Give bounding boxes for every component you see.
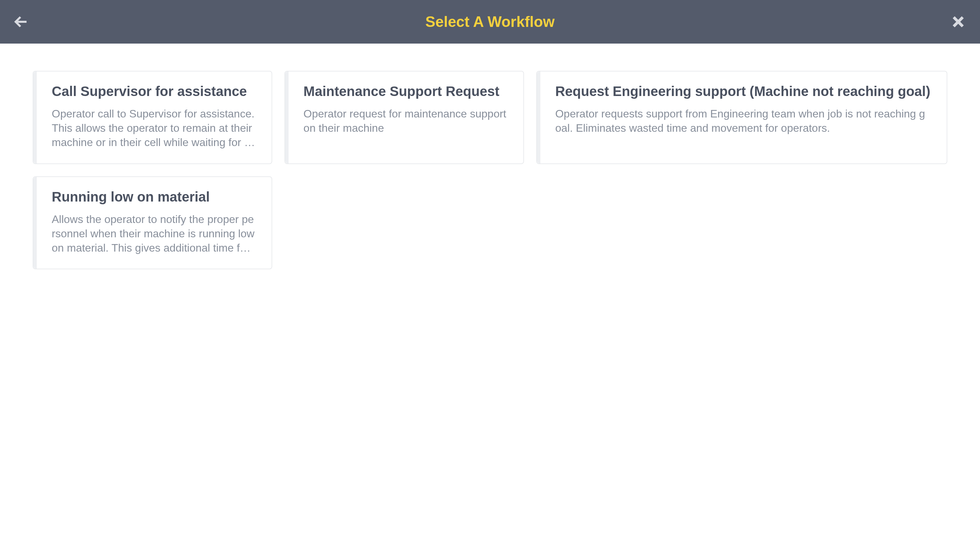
page-title: Select A Workflow bbox=[426, 13, 554, 30]
arrow-left-icon bbox=[13, 13, 29, 30]
workflow-card-maintenance[interactable]: Maintenance Support Request Operator req… bbox=[284, 71, 524, 164]
workflow-card-engineering[interactable]: Request Engineering support (Machine not… bbox=[536, 71, 947, 164]
close-icon bbox=[952, 15, 965, 28]
workflow-card-call-supervisor[interactable]: Call Supervisor for assistance Operator … bbox=[33, 71, 272, 164]
workflow-description: Operator requests support from Engineeri… bbox=[555, 107, 931, 135]
workflow-title: Call Supervisor for assistance bbox=[52, 84, 255, 99]
workflow-title: Maintenance Support Request bbox=[304, 84, 507, 99]
workflow-grid: Call Supervisor for assistance Operator … bbox=[33, 71, 947, 269]
workflow-title: Running low on material bbox=[52, 189, 255, 205]
close-button[interactable] bbox=[949, 12, 968, 31]
workflow-card-low-material[interactable]: Running low on material Allows the opera… bbox=[33, 176, 272, 270]
workflow-title: Request Engineering support (Machine not… bbox=[555, 84, 931, 99]
back-button[interactable] bbox=[11, 12, 31, 32]
content-area: Call Supervisor for assistance Operator … bbox=[0, 44, 980, 296]
workflow-description: Operator request for maintenance support… bbox=[304, 107, 507, 135]
workflow-description: Allows the operator to notify the proper… bbox=[52, 212, 255, 255]
workflow-description: Operator call to Supervisor for assistan… bbox=[52, 107, 255, 150]
header: Select A Workflow bbox=[0, 0, 980, 44]
